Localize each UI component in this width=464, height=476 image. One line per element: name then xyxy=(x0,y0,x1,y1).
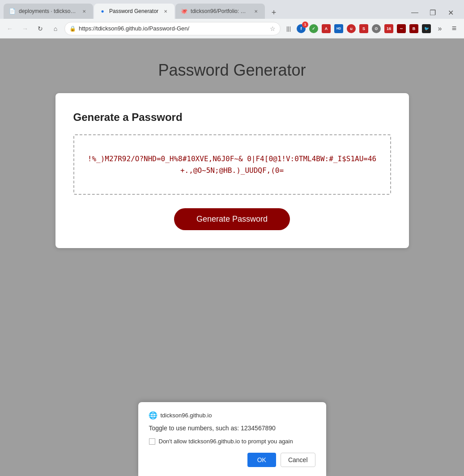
generated-password: !%_)M27R92/O?NHD=0_H%8#10XVE,N6J0F~& 0|F… xyxy=(88,153,377,176)
url-text: https://tdickson96.github.io/Password-Ge… xyxy=(79,25,267,32)
tab-bar: 📄 deployments · tdickson96/Pass... ✕ ● P… xyxy=(0,0,464,19)
dialog-message: Toggle to use numbers, such as: 12345678… xyxy=(149,425,315,432)
tab-password-gen-favicon: ● xyxy=(99,8,106,14)
dialog-checkbox-row: Don't allow tdickson96.github.io to prom… xyxy=(149,438,315,445)
new-tab-button[interactable]: + xyxy=(268,6,280,19)
page-content: Password Generator Generate a Password !… xyxy=(0,39,464,476)
generate-password-button[interactable]: Generate Password xyxy=(174,208,290,230)
bookmark-icon[interactable]: ☆ xyxy=(270,25,276,32)
password-generator-card: Generate a Password !%_)M27R92/O?NHD=0_H… xyxy=(55,93,409,248)
ext-red-badge[interactable]: 16 xyxy=(383,23,394,34)
extensions-overflow[interactable]: » xyxy=(434,22,446,35)
browser-frame: 📄 deployments · tdickson96/Pass... ✕ ● P… xyxy=(0,0,464,476)
dialog-cancel-button[interactable]: Cancel xyxy=(281,453,315,467)
page-title: Password Generator xyxy=(158,61,306,80)
tab-portfolio-label: tdickson96/Portfolio: Coding p... xyxy=(191,8,249,14)
tab-password-gen-close[interactable]: ✕ xyxy=(162,8,169,15)
dialog-site-name: tdickson96.github.io xyxy=(161,412,212,419)
ext-red-icon[interactable]: A xyxy=(321,23,332,34)
home-button[interactable]: ⌂ xyxy=(49,22,62,35)
lock-icon: 🔒 xyxy=(69,26,76,32)
ext-dark-red[interactable]: ∼ xyxy=(396,23,407,34)
ext-grey-circle[interactable]: ⊙ xyxy=(371,23,382,34)
dialog-ok-button[interactable]: OK xyxy=(247,453,276,467)
ext-reading-list[interactable]: ||| xyxy=(283,23,294,34)
ext-scribd[interactable]: S xyxy=(358,23,369,34)
ext-dark2[interactable]: B xyxy=(409,23,419,34)
tab-portfolio[interactable]: 🐙 tdickson96/Portfolio: Coding p... ✕ xyxy=(175,4,265,19)
forward-button[interactable]: → xyxy=(19,22,31,35)
dialog-overlay: 🌐 tdickson96.github.io Toggle to use num… xyxy=(0,395,464,476)
tab-deployments-favicon: 📄 xyxy=(9,8,15,14)
ext-hd[interactable]: HD xyxy=(333,23,344,34)
dialog-buttons: OK Cancel xyxy=(149,453,315,467)
password-display-area: !%_)M27R92/O?NHD=0_H%8#10XVE,N6J0F~& 0|F… xyxy=(73,134,391,195)
reload-button[interactable]: ↻ xyxy=(34,22,47,35)
ext-ublockorigin[interactable]: u xyxy=(346,23,357,34)
dialog-checkbox[interactable] xyxy=(149,438,155,445)
prompt-dialog: 🌐 tdickson96.github.io Toggle to use num… xyxy=(138,402,326,476)
browser-menu[interactable]: ≡ xyxy=(448,22,460,35)
tab-deployments-close[interactable]: ✕ xyxy=(81,8,88,15)
maximize-button[interactable]: ❐ xyxy=(426,6,439,19)
tab-portfolio-favicon: 🐙 xyxy=(181,8,187,14)
ext-blue-circle[interactable]: f 1 xyxy=(296,23,306,34)
close-button[interactable]: ✕ xyxy=(444,6,457,19)
address-bar[interactable]: 🔒 https://tdickson96.github.io/Password-… xyxy=(64,22,281,35)
dialog-header: 🌐 tdickson96.github.io xyxy=(149,411,315,419)
window-controls: — ❐ ✕ xyxy=(405,6,460,19)
dialog-checkbox-label: Don't allow tdickson96.github.io to prom… xyxy=(159,438,293,445)
tab-password-gen[interactable]: ● Password Generator ✕ xyxy=(94,4,175,19)
tab-deployments-label: deployments · tdickson96/Pass... xyxy=(19,8,77,14)
tab-deployments[interactable]: 📄 deployments · tdickson96/Pass... ✕ xyxy=(4,4,93,19)
browser-toolbar: ← → ↻ ⌂ 🔒 https://tdickson96.github.io/P… xyxy=(0,19,464,39)
minimize-button[interactable]: — xyxy=(409,6,421,19)
back-button[interactable]: ← xyxy=(4,22,16,35)
card-heading: Generate a Password xyxy=(73,111,391,124)
dialog-globe-icon: 🌐 xyxy=(149,411,157,419)
tab-password-gen-label: Password Generator xyxy=(109,8,158,14)
toolbar-extensions: ||| f 1 ✓ A HD xyxy=(283,22,460,35)
ext-black-bird[interactable]: 🐦 xyxy=(421,23,432,34)
ext-green-circle[interactable]: ✓ xyxy=(308,23,319,34)
tab-portfolio-close[interactable]: ✕ xyxy=(252,8,260,15)
